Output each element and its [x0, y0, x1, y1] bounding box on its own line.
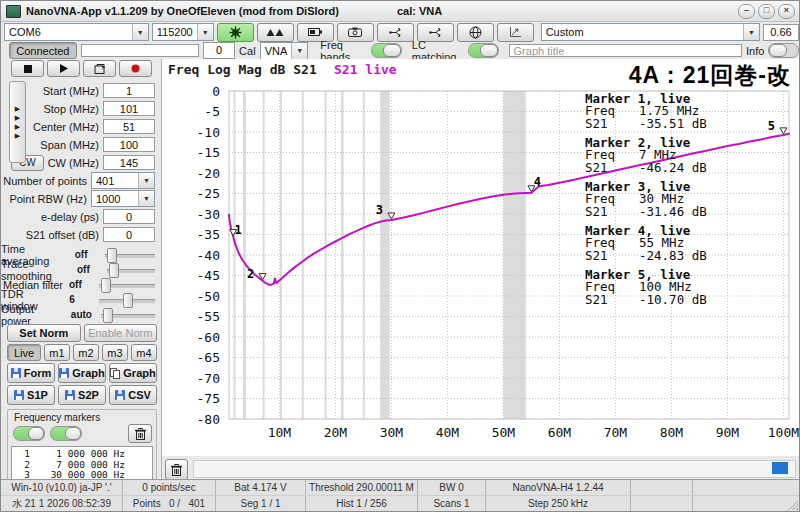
slider-control[interactable] [105, 248, 155, 261]
trash-icon [135, 428, 146, 440]
save-form-button[interactable]: Form [7, 363, 55, 383]
raise-window-button[interactable] [257, 23, 294, 42]
record-button[interactable] [119, 60, 152, 77]
save-s2p-button[interactable]: S2P [58, 385, 106, 405]
connect-button[interactable] [217, 23, 254, 42]
graph-title-input[interactable] [509, 44, 742, 57]
list-item[interactable]: 11 000 000 Hz [12, 449, 152, 460]
close-button[interactable]: × [778, 4, 795, 19]
tdr-button[interactable] [497, 23, 534, 42]
slider-thumb[interactable] [109, 263, 119, 278]
edelay-label: e-delay (ps) [41, 211, 99, 223]
trace-m2-button[interactable]: m2 [73, 344, 99, 361]
status-step: Step 250 kHz [486, 496, 631, 511]
connected-button[interactable]: Connected [9, 42, 77, 59]
x-tick-label: 100M [768, 425, 799, 440]
s21-offset-input[interactable] [103, 227, 155, 242]
span-freq-input[interactable] [103, 137, 155, 152]
chevron-down-icon: ▼ [132, 24, 148, 40]
lc-matching-toggle[interactable] [468, 43, 499, 58]
cal-mode-value: VNA [261, 45, 292, 57]
copy-graph-button[interactable]: Graph [109, 363, 157, 383]
save-row-2: S1P S2P CSV [1, 383, 161, 405]
collapse-panel-strip[interactable]: ▶ ▶ ▶ ▶ [9, 81, 26, 163]
slider-thumb[interactable] [103, 308, 113, 323]
delete-markers-button[interactable] [128, 424, 152, 443]
save-s1p-button[interactable]: S1P [7, 385, 55, 405]
info-toggle[interactable] [768, 43, 799, 58]
y-tick-label: -30 [197, 207, 220, 222]
cal-mode-select[interactable]: VNA ▼ [260, 42, 309, 60]
trace-m3-button[interactable]: m3 [102, 344, 128, 361]
port1-button[interactable] [377, 23, 414, 42]
slider-thumb[interactable] [123, 293, 133, 308]
pause-resume-button[interactable] [83, 60, 116, 77]
slider-thumb[interactable] [107, 248, 117, 263]
plot-marker-label: 4 [534, 175, 541, 189]
status-seg: Seg 1 / 1 [216, 496, 306, 511]
scrollbar-thumb[interactable] [772, 462, 788, 474]
start-freq-input[interactable] [103, 83, 155, 98]
resize-grip[interactable] [788, 500, 798, 510]
slider-control[interactable] [101, 308, 155, 321]
maximize-button[interactable]: □ [758, 4, 775, 19]
counter-field[interactable]: 0 [203, 42, 235, 59]
markers-snap-toggle[interactable] [50, 426, 82, 441]
y-tick-label: -40 [197, 248, 220, 263]
com-port-select[interactable]: COM6 ▼ [4, 23, 149, 41]
start-freq-label: Start (MHz) [43, 85, 99, 97]
toggle-knob [383, 44, 401, 57]
baud-rate-select[interactable]: 115200 ▼ [152, 23, 214, 41]
horizontal-scrollbar[interactable] [193, 460, 796, 478]
save-icon [59, 368, 69, 378]
scale-value-field[interactable]: 0.66 [763, 24, 799, 41]
chevron-down-icon: ▼ [197, 24, 213, 40]
slider-value: off [77, 264, 101, 275]
num-points-select[interactable]: 401 ▼ [91, 172, 155, 189]
y-tick-label: -50 [197, 289, 220, 304]
single-sweep-button[interactable] [47, 60, 80, 77]
enable-norm-button[interactable]: Enable Norm [84, 324, 158, 342]
slider-control[interactable] [99, 293, 155, 306]
markers-show-toggle[interactable] [13, 426, 45, 441]
trace-m1-button[interactable]: m1 [44, 344, 70, 361]
chart-trace-label[interactable]: S21 live [334, 62, 397, 77]
slider-control[interactable] [99, 278, 155, 291]
slider-thumb[interactable] [101, 278, 111, 293]
center-freq-input[interactable] [103, 119, 155, 134]
cal-status: cal: VNA [397, 5, 442, 17]
frequency-marker-list[interactable]: 11 000 000 Hz 27 000 000 Hz 330 000 000 … [11, 446, 153, 480]
point-rbw-select[interactable]: 1000 ▼ [91, 190, 155, 207]
status-empty [631, 496, 693, 511]
cw-freq-input[interactable] [103, 155, 155, 170]
window-title: NanoVNA-App v1.1.209 by OneOfEleven (mod… [26, 5, 339, 17]
save-graph-button[interactable]: Graph [58, 363, 106, 383]
marker-title: Marker 2, live [585, 137, 795, 149]
stop-freq-input[interactable] [103, 101, 155, 116]
split-arrows-icon [429, 27, 442, 38]
edelay-input[interactable] [103, 209, 155, 224]
clear-plot-button[interactable] [165, 459, 188, 480]
x-tick-label: 60M [548, 425, 572, 440]
copy-graph-label: Graph [123, 367, 155, 379]
plot-marker-label: 3 [376, 203, 383, 217]
preset-select[interactable]: Custom ▼ [541, 23, 760, 41]
cal-label: Cal [239, 45, 256, 57]
minimize-button[interactable]: – [738, 4, 755, 19]
point-rbw-value: 1000 [92, 193, 138, 205]
save-csv-button[interactable]: CSV [109, 385, 157, 405]
s21-value: -46.24 dB [639, 160, 707, 175]
y-tick-label: -70 [197, 371, 220, 386]
trace-m4-button[interactable]: m4 [131, 344, 157, 361]
arrow-right-icon: ▶ [15, 114, 20, 122]
marker-info-3: Marker 3, live Freq30 MHz S21-31.46 dB [585, 181, 795, 218]
device-info-field[interactable] [81, 44, 199, 57]
plot-marker-label: 2 [247, 267, 254, 281]
marker-num: 1 [12, 449, 30, 460]
set-norm-button[interactable]: Set Norm [7, 324, 81, 342]
slider-control[interactable] [107, 263, 155, 276]
freq-bands-toggle[interactable] [371, 43, 402, 58]
trace-live-button[interactable]: Live [7, 344, 41, 361]
stop-sweep-button[interactable] [11, 60, 44, 77]
y-tick-label: -45 [197, 268, 220, 283]
